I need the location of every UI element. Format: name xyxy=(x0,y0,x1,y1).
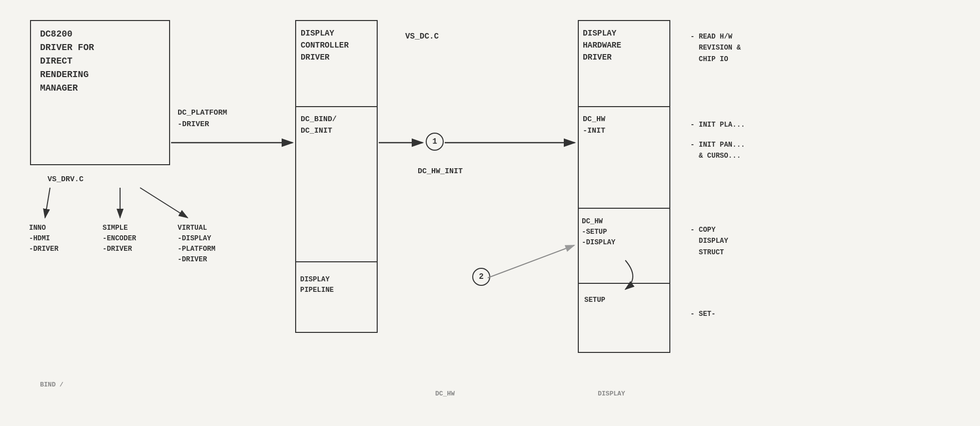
main-box-title: DC8200DRIVER FORDIRECTRENDERINGMANAGER xyxy=(40,28,94,95)
setup-label: SETUP xyxy=(584,295,605,305)
virtual-display-driver: VIRTUAL-DISPLAY-PLATFORM-DRIVER xyxy=(178,223,216,265)
display-reflection: DISPLAY xyxy=(598,389,625,398)
read-hw-revision: - READ H/W REVISION & CHIP IO xyxy=(690,31,741,65)
init-panel-cursor: - INIT PAN... & CURSO... xyxy=(690,139,745,162)
set-label-right: - SET- xyxy=(690,309,715,319)
dc-bind-init: DC_BIND/DC_INIT xyxy=(301,114,337,137)
vs-dc-c: VS_DC.C xyxy=(405,31,439,42)
display-controller-title: DISPLAYCONTROLLERDRIVER xyxy=(301,28,349,64)
inno-hdmi-driver: INNO-HDMI-DRIVER xyxy=(29,223,59,254)
copy-display-struct: - COPY DISPLAY STRUCT xyxy=(690,224,728,258)
display-pipeline: DISPLAYPIPELINE xyxy=(300,274,334,295)
display-hardware-title: DISPLAYHARDWAREDRIVER xyxy=(583,28,621,64)
dc-hw-setup-display: DC_HW-SETUP-DISPLAY xyxy=(582,216,615,248)
circle-1: 1 xyxy=(426,133,444,151)
simple-encoder-driver: SIMPLE-ENCODER-DRIVER xyxy=(103,223,136,254)
svg-line-5 xyxy=(45,188,50,218)
dc-hw-init-label: DC_HW_INIT xyxy=(418,166,463,177)
dc-divider-2 xyxy=(296,261,377,262)
init-planes: - INIT PLA... xyxy=(690,119,745,130)
circle-2: 2 xyxy=(472,268,490,286)
dc-hw-init-fn: DC_HW-INIT xyxy=(583,114,605,137)
diagram-canvas: DC8200DRIVER FORDIRECTRENDERINGMANAGER V… xyxy=(0,0,980,426)
hw-divider-2 xyxy=(579,208,669,209)
bind-reflection: BIND / xyxy=(40,380,64,389)
hw-divider-1 xyxy=(579,106,669,107)
vs-drv-c: VS_DRV.C xyxy=(48,174,84,185)
svg-line-7 xyxy=(140,188,188,218)
hw-divider-3 xyxy=(579,283,669,284)
dc-hw-reflection: DC_HW xyxy=(435,389,455,398)
dc-platform-driver: DC_PLATFORM-DRIVER xyxy=(178,108,227,130)
svg-line-8 xyxy=(488,245,574,278)
dc-divider-1 xyxy=(296,106,377,107)
